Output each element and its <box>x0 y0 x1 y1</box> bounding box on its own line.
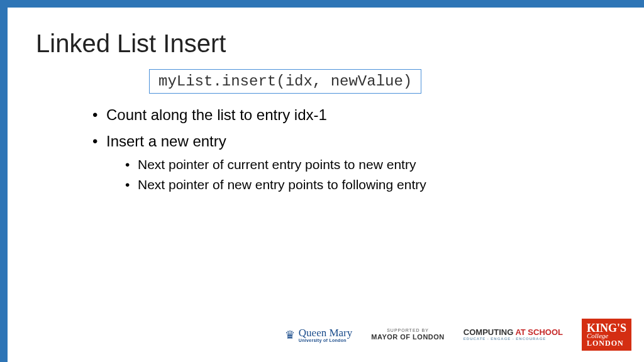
list-item-text: Next pointer of new entry points to foll… <box>138 177 426 192</box>
bullet-list: Count along the list to entry idx-1 Inse… <box>92 105 616 194</box>
list-item: Next pointer of current entry points to … <box>125 156 616 173</box>
list-item-text: Count along the list to entry idx-1 <box>106 106 327 123</box>
cas-sub-text: EDUCATE · ENGAGE · ENCOURAGE <box>464 337 547 341</box>
qm-logo-main: Queen Mary <box>299 327 352 338</box>
footer-logos: ♛ Queen Mary University of London SUPPOR… <box>285 319 631 351</box>
list-item: Count along the list to entry idx-1 <box>92 105 616 125</box>
queen-mary-logo: ♛ Queen Mary University of London <box>285 327 352 343</box>
slide: Linked List Insert myList.insert(idx, ne… <box>8 8 644 362</box>
mayor-of-london-logo: SUPPORTED BY MAYOR OF LONDON <box>371 328 445 342</box>
code-box: myList.insert(idx, newValue) <box>149 69 421 94</box>
list-item-text: Next pointer of current entry points to … <box>138 157 416 172</box>
kcl-l: LONDON <box>587 339 626 347</box>
kings-college-logo: KING'S College LONDON <box>582 319 631 351</box>
crown-icon: ♛ <box>285 328 295 342</box>
list-item: Insert a new entry Next pointer of curre… <box>92 131 616 194</box>
slide-title: Linked List Insert <box>36 30 616 58</box>
list-item: Next pointer of new entry points to foll… <box>125 176 616 194</box>
slide-content: Count along the list to entry idx-1 Inse… <box>92 105 616 194</box>
qm-logo-sub: University of London <box>299 338 352 343</box>
sub-list: Next pointer of current entry points to … <box>125 156 616 194</box>
list-item-text: Insert a new entry <box>106 133 226 150</box>
mayor-main-text: MAYOR OF LONDON <box>371 333 445 341</box>
computing-at-school-logo: COMPUTING AT SCHOOL EDUCATE · ENGAGE · E… <box>464 328 563 341</box>
cas-main-text: COMPUTING AT SCHOOL <box>464 328 563 337</box>
mayor-sup-text: SUPPORTED BY <box>387 328 429 333</box>
